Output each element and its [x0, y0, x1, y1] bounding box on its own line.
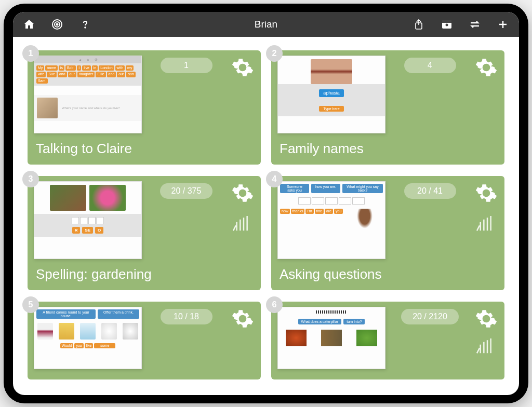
- chart-icon[interactable]: [474, 213, 495, 234]
- lesson-card[interactable]: 5 A friend comes round to your house. Of…: [28, 302, 261, 379]
- card-number-badge: 1: [22, 45, 39, 62]
- target-icon[interactable]: [50, 18, 64, 31]
- add-icon[interactable]: [496, 18, 510, 31]
- card-title: Spelling: gardening: [36, 266, 255, 282]
- lesson-card[interactable]: 1 ◄×⊘ MynameisBob.IliveinLondonwithmywif…: [28, 50, 261, 165]
- card-number-badge: 4: [266, 171, 283, 187]
- lesson-card[interactable]: 3 R SE O: [28, 176, 261, 290]
- card-number-badge: 5: [22, 296, 39, 313]
- picture-icon[interactable]: [440, 18, 454, 31]
- lesson-thumbnail: A friend comes round to your house. Offe…: [34, 307, 142, 369]
- svg-point-3: [85, 27, 86, 28]
- lesson-card[interactable]: 2 aphasia Type here 4: [271, 50, 504, 165]
- svg-rect-6: [442, 20, 451, 23]
- content-area: 1 ◄×⊘ MynameisBob.IliveinLondonwithmywif…: [13, 37, 519, 395]
- chart-icon[interactable]: [474, 336, 495, 357]
- count-pill: 10 / 18: [161, 309, 212, 324]
- lesson-card[interactable]: 6 What does a caterpillar turn into?: [271, 302, 504, 379]
- chart-icon[interactable]: [231, 213, 251, 234]
- swap-icon[interactable]: [468, 18, 482, 31]
- svg-point-2: [57, 24, 58, 25]
- count-pill: 20 / 375: [160, 183, 213, 199]
- home-icon[interactable]: [22, 18, 36, 31]
- lesson-thumbnail: ◄×⊘ MynameisBob.IliveinLondonwithmywifeS…: [34, 56, 142, 133]
- count-pill: 20 / 2120: [401, 309, 459, 324]
- lesson-thumbnail: Someone asks you how you are. What might…: [277, 181, 385, 259]
- toolbar: Brian: [13, 12, 519, 37]
- gear-icon[interactable]: [474, 307, 498, 331]
- card-number-badge: 6: [266, 296, 283, 313]
- count-pill: 4: [404, 58, 456, 73]
- share-icon[interactable]: [412, 18, 425, 31]
- card-title: Talking to Claire: [36, 141, 255, 157]
- gear-icon[interactable]: [231, 181, 255, 205]
- screen: Brian 1 ◄×⊘: [13, 12, 519, 395]
- lesson-thumbnail: R SE O: [34, 181, 142, 259]
- lesson-thumbnail: What does a caterpillar turn into?: [277, 307, 385, 369]
- page-title: Brian: [255, 19, 277, 30]
- count-pill: 1: [161, 58, 212, 73]
- card-title: Asking questions: [280, 266, 498, 282]
- gear-icon[interactable]: [474, 56, 498, 79]
- gear-icon[interactable]: [231, 307, 255, 331]
- card-title: Family names: [280, 141, 498, 157]
- lesson-thumbnail: aphasia Type here: [277, 56, 385, 133]
- tablet-frame: Brian 1 ◄×⊘: [4, 4, 528, 403]
- lesson-card[interactable]: 4 Someone asks you how you are. What mig…: [271, 176, 504, 290]
- card-grid: 1 ◄×⊘ MynameisBob.IliveinLondonwithmywif…: [28, 50, 504, 379]
- count-pill: 20 / 41: [404, 183, 456, 199]
- gear-icon[interactable]: [474, 181, 498, 205]
- gear-icon[interactable]: [231, 56, 255, 79]
- help-icon[interactable]: [78, 18, 92, 31]
- card-number-badge: 2: [266, 45, 283, 62]
- svg-point-7: [446, 24, 448, 26]
- card-number-badge: 3: [22, 171, 39, 187]
